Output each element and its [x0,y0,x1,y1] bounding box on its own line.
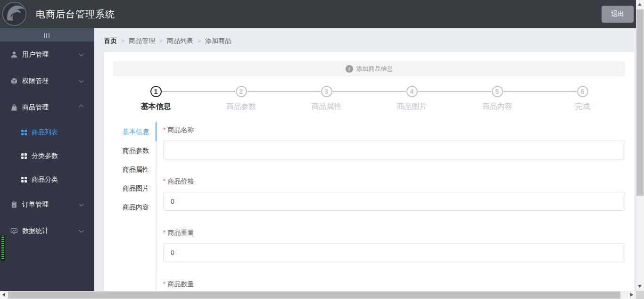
form-item-goods-price: *商品价格 [163,174,625,211]
step-label: 商品属性 [284,102,369,112]
alert-text: 添加商品信息 [356,65,393,73]
sidebar-item-goods[interactable]: 商品管理 [0,94,94,121]
grid-icon [21,130,27,135]
step-goods-pics: 4 商品图片 [369,86,454,112]
sidebar-item-label: 数据统计 [22,227,49,235]
tab-goods-content[interactable]: 商品内容 [113,198,156,216]
required-mark: * [163,177,165,185]
breadcrumb-current: 添加商品 [205,37,231,45]
goods-name-input[interactable] [163,141,625,159]
goods-weight-label: *商品重量 [163,225,625,237]
form-item-goods-number: *商品数量 [163,276,625,291]
step-label: 商品内容 [454,102,540,112]
step-basic-info: 1 基本信息 [113,86,198,112]
sidebar-subitem-label: 商品分类 [32,175,58,184]
chevron-up-icon [79,105,84,109]
step-label: 基本信息 [113,102,198,112]
chevron-down-icon [79,78,84,83]
breadcrumb-separator: > [159,38,163,44]
breadcrumb-separator: > [198,38,201,44]
sidebar-subitem-label: 商品列表 [32,128,58,137]
step-number: 6 [577,86,588,97]
step-label: 商品图片 [369,102,454,112]
goods-weight-input[interactable] [163,243,625,262]
step-finish: 6 完成 [540,86,625,112]
tab-basic-info[interactable]: 基本信息 [113,122,156,141]
sidebar-item-label: 权限管理 [22,77,49,85]
goods-price-input[interactable] [163,192,625,211]
breadcrumb-home[interactable]: 首页 [104,37,117,45]
add-goods-card: i 添加商品信息 1 基本信息 2 商品参数 3 商品属性 4 商品图片 5 商 [104,52,635,291]
tabs-and-form: 基本信息 商品参数 商品属性 商品图片 商品内容 *商品名称 *商品价格 *商品… [113,122,625,291]
vertical-scrollbar[interactable] [636,0,644,291]
user-icon [10,51,18,58]
cube-icon [10,77,18,85]
horizontal-scrollbar[interactable] [0,291,636,299]
basic-info-form: *商品名称 *商品价格 *商品重量 *商品数量 [157,122,625,291]
sidebar-item-label: 商品管理 [22,103,49,112]
page-title: 电商后台管理系统 [36,0,115,28]
chevron-down-icon [79,228,84,233]
sidebar: ||| 用户管理 权限管理 商品管理 商品列表 [0,28,94,291]
bag-icon [10,104,18,111]
header-bar: 电商后台管理系统 退出 [0,0,636,28]
grid-icon [21,177,27,183]
step-goods-content: 5 商品内容 [454,86,540,112]
scroll-up-arrow-icon[interactable] [638,3,642,6]
sidebar-item-users[interactable]: 用户管理 [0,42,94,68]
tab-goods-attrs[interactable]: 商品属性 [113,160,156,179]
form-item-goods-name: *商品名称 [163,122,625,159]
goods-number-label: *商品数量 [163,276,625,289]
step-number: 5 [492,86,503,97]
grid-icon [21,153,27,159]
required-mark: * [163,126,165,133]
sidebar-item-statistics[interactable]: 数据统计 [0,218,94,244]
sidebar-subitem-label: 分类参数 [32,152,58,160]
scrollbar-corner [636,291,644,299]
breadcrumb-goods-list[interactable]: 商品列表 [167,37,193,45]
scroll-down-arrow-icon[interactable] [638,285,642,288]
scroll-right-arrow-icon[interactable] [630,293,633,297]
step-label: 完成 [540,102,625,112]
tab-nav: 基本信息 商品参数 商品属性 商品图片 商品内容 [113,122,157,291]
sidebar-subitem-goods-categories[interactable]: 商品分类 [0,168,94,191]
breadcrumb-goods-manage[interactable]: 商品管理 [129,37,155,45]
sidebar-item-orders[interactable]: 订单管理 [0,191,94,218]
info-alert: i 添加商品信息 [113,61,625,76]
battery-indicator [0,234,5,261]
sidebar-subitem-category-params[interactable]: 分类参数 [0,144,94,168]
sidebar-collapse-toggle[interactable]: ||| [0,28,94,42]
tab-active-bar [156,122,157,141]
info-icon: i [346,65,353,73]
step-number: 2 [236,86,247,97]
tab-goods-pics[interactable]: 商品图片 [113,179,156,198]
chevron-down-icon [79,52,84,57]
step-number: 1 [150,86,162,97]
form-item-goods-weight: *商品重量 [163,225,625,262]
step-goods-params: 2 商品参数 [198,86,284,112]
steps-bar: 1 基本信息 2 商品参数 3 商品属性 4 商品图片 5 商品内容 6 完成 [113,86,625,112]
required-mark: * [163,229,165,236]
sidebar-item-label: 用户管理 [22,50,49,59]
app-window: 电商后台管理系统 退出 ||| 用户管理 权限管理 商品管理 [0,0,644,299]
vertical-scrollbar-thumb[interactable] [636,9,644,196]
step-goods-attrs: 3 商品属性 [284,86,369,112]
required-mark: * [163,280,165,288]
order-icon [10,201,18,208]
logo-icon [1,1,27,27]
step-label: 商品参数 [198,102,284,112]
breadcrumb-separator: > [121,38,124,44]
logout-button[interactable]: 退出 [602,6,634,23]
horizontal-scrollbar-thumb[interactable] [8,291,620,299]
scroll-left-arrow-icon[interactable] [2,293,5,297]
goods-price-label: *商品价格 [163,174,625,186]
sidebar-item-label: 订单管理 [22,200,49,209]
tab-goods-params[interactable]: 商品参数 [113,141,156,160]
step-number: 3 [321,86,332,97]
breadcrumb: 首页 > 商品管理 > 商品列表 > 添加商品 [104,37,231,45]
stats-icon [10,227,18,235]
step-number: 4 [406,86,418,97]
chevron-down-icon [79,202,84,207]
sidebar-subitem-goods-list[interactable]: 商品列表 [0,121,94,144]
sidebar-item-permissions[interactable]: 权限管理 [0,68,94,94]
